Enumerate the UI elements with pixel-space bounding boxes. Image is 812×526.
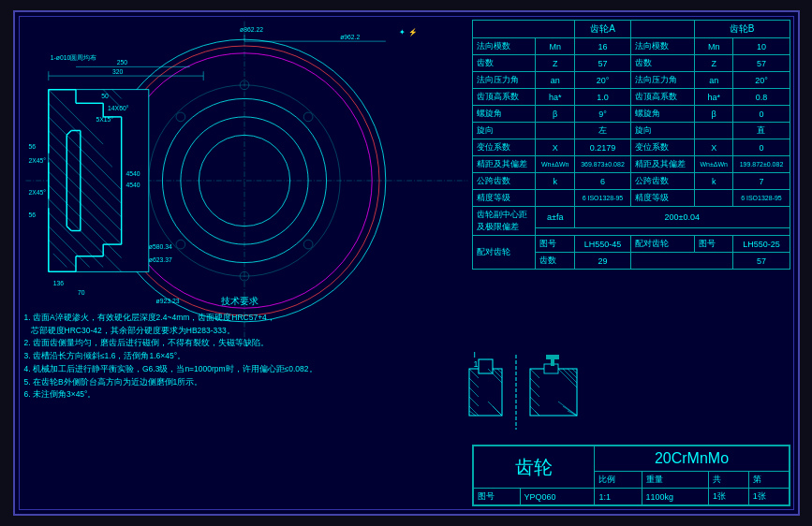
tech-req-line-1b: 芯部硬度HRC30-42，其余部分硬度要求为HB283-333。 [24, 325, 455, 337]
svg-text:⚡: ⚡ [408, 27, 418, 37]
svg-text:136: 136 [52, 280, 64, 286]
table-label-col2 [630, 21, 694, 38]
table-label-col [472, 21, 574, 38]
tech-requirements: 技术要求 1. 齿面A淬硬渗火，有效硬化层深度2.4~4mm，齿面硬度HRC57… [24, 294, 455, 402]
svg-text:4540: 4540 [125, 170, 140, 177]
svg-text:ø623.37: ø623.37 [148, 256, 171, 263]
svg-point-14 [176, 112, 185, 122]
tech-req-line-1: 1. 齿面A淬硬渗火，有效硬化层深度2.4~4mm，齿面硬度HRC57+4， [24, 312, 455, 324]
scale-value-cell: 1:1 [595, 489, 642, 505]
material-cell: 20CrMnMo [595, 446, 789, 472]
gear-a-header: 齿轮A [574, 21, 630, 38]
title-block-table: 齿轮 20CrMnMo 比例 重量 共 第 图号 YPQ060 1:1 1100… [473, 446, 790, 505]
section-detail-svg: .s-line { stroke: #00ffff; stroke-width:… [465, 350, 586, 434]
svg-text:2X45°: 2X45° [28, 157, 46, 164]
label-scale: 比例 [595, 472, 642, 489]
title-block: 齿轮 20CrMnMo 比例 重量 共 第 图号 YPQ060 1:1 1100… [472, 445, 790, 506]
svg-point-13 [176, 240, 185, 249]
svg-point-11 [303, 240, 313, 249]
label-sheetno: 第 [748, 472, 789, 489]
svg-text:2X45°: 2X45° [28, 189, 46, 196]
svg-point-10 [303, 112, 313, 122]
gear-b-header: 齿轮B [694, 21, 790, 38]
svg-rect-109 [546, 355, 559, 359]
label-sheet: 共 [709, 472, 749, 489]
svg-text:56: 56 [28, 212, 36, 218]
tech-req-line-2: 2. 齿面齿侧量均匀，磨齿后进行磁倒，不得有裂纹，失磁等缺陷。 [24, 337, 455, 349]
gear-data-table: 齿轮A 齿轮B 法向模数 Mn 16 法向模数 Mn 10 齿数 Z 57 齿数… [472, 20, 790, 270]
label-weight: 重量 [642, 472, 709, 489]
sheet-total: 1张 [709, 489, 749, 505]
svg-text:4540: 4540 [125, 182, 140, 188]
part-name-cell: 齿轮 [473, 446, 595, 489]
svg-text:14X60°: 14X60° [108, 105, 129, 111]
svg-text:5X15°: 5X15° [96, 116, 113, 123]
svg-text:56: 56 [28, 143, 36, 150]
tech-req-line-4: 4. 机械加工后进行静平衡实验，G6.3级，当n=1000rpm时，许用偏心距≤… [24, 363, 455, 375]
title-drawing-no-label: 图号 [473, 489, 520, 505]
tech-req-line-6: 6. 未注倒角3×45°。 [24, 388, 455, 401]
svg-text:ø962.2: ø962.2 [340, 34, 360, 40]
drawing-area: .draw-line { stroke: #00ffff; stroke-wid… [13, 10, 800, 516]
tech-req-line-5: 5. 在齿轮B外侧阶台高方向为近边侧磨倒1所示。 [24, 376, 455, 388]
tech-req-line-3: 3. 齿槽沿长方向倾斜≤1.6，活倒角1.6×45°。 [24, 350, 455, 362]
svg-text:ø862.22: ø862.22 [240, 26, 263, 33]
weight-value-cell: 1100kg [642, 489, 709, 505]
param-modulus-label: 法向模数 [472, 38, 536, 55]
svg-text:250: 250 [116, 59, 127, 66]
svg-text:50: 50 [101, 93, 109, 99]
svg-text:ø580.34: ø580.34 [148, 243, 171, 250]
sheet-current: 1张 [748, 489, 789, 505]
tech-req-title: 技术要求 [24, 294, 455, 308]
title-drawing-no-value: YPQ060 [520, 489, 595, 505]
svg-text:1-ø010圆周均布: 1-ø010圆周均布 [50, 54, 96, 61]
svg-text:✦: ✦ [399, 28, 406, 37]
main-container: .draw-line { stroke: #00ffff; stroke-wid… [0, 0, 812, 526]
svg-text:320: 320 [111, 68, 123, 75]
